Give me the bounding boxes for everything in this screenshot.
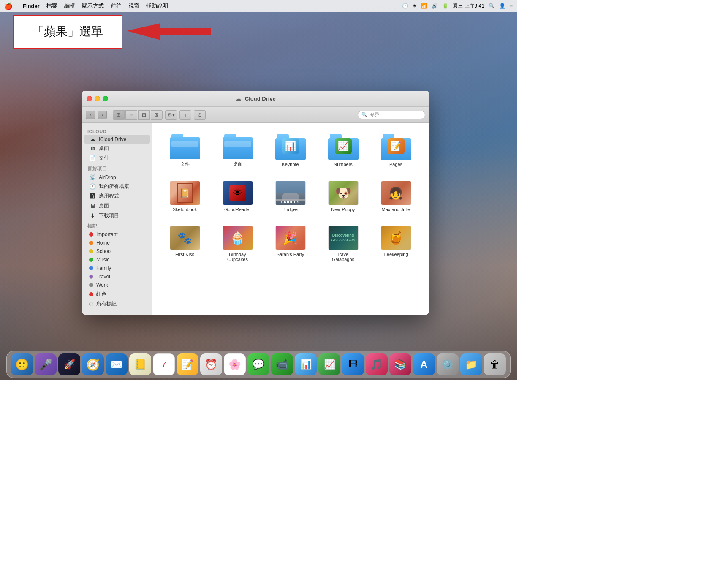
sidebar-item-tag-all[interactable]: 所有標記…	[84, 299, 150, 309]
sidebar-item-all-files[interactable]: 🕐 我的所有檔案	[84, 182, 150, 191]
file-item-sketchbook[interactable]: 📔 Sketchbook	[160, 178, 209, 215]
sidebar-item-label: 我的所有檔案	[99, 183, 129, 190]
file-item-sarah-party[interactable]: 🎉 Sarah's Party	[266, 223, 315, 264]
clock: 週三 上午9:41	[453, 3, 484, 10]
dock-siri[interactable]: 🎤	[35, 353, 57, 375]
dock-reminders[interactable]: ⏰	[200, 353, 222, 375]
dock-messages[interactable]: 💬	[247, 353, 269, 375]
dock-sysprefs[interactable]: ⚙️	[437, 353, 459, 375]
dock-keynote[interactable]: 📊	[295, 353, 317, 375]
apple-menu-icon[interactable]: 🍎	[4, 2, 13, 10]
sidebar-item-label: 下載項目	[99, 212, 119, 219]
dock-calendar[interactable]: 7	[153, 353, 175, 375]
window-menu[interactable]: 視窗	[128, 2, 139, 10]
view-menu[interactable]: 顯示方式	[82, 2, 104, 10]
file-item-keynote[interactable]: 📊 Keynote	[266, 131, 315, 170]
sidebar-item-tag-school[interactable]: School	[84, 247, 150, 256]
sidebar-item-label: School	[96, 248, 112, 254]
svg-marker-1	[127, 23, 211, 40]
photo-newpuppy: 🐶	[328, 181, 359, 205]
files-area: 文件 桌面	[152, 123, 429, 315]
column-view-button[interactable]: ⊟	[138, 110, 150, 120]
dock-folder[interactable]: 📁	[460, 353, 482, 375]
dock-photos[interactable]: 🌸	[224, 353, 246, 375]
dock-trash[interactable]: 🗑	[484, 353, 506, 375]
sidebar-item-documents[interactable]: 📄 文件	[84, 153, 150, 163]
sidebar-item-airdrop[interactable]: 📡 AirDrop	[84, 173, 150, 182]
cover-flow-button[interactable]: ⊠	[151, 110, 163, 120]
dock-appstore[interactable]: A	[413, 353, 435, 375]
file-item-max-julie[interactable]: 👧 Max and Julie	[372, 178, 420, 215]
file-item-birthday[interactable]: 🧁 Birthday Cupcakes	[213, 223, 262, 264]
window-title: ☁ iCloud Drive	[235, 95, 276, 102]
go-menu[interactable]: 前往	[111, 2, 122, 10]
volume-icon: 🔊	[432, 3, 438, 9]
dock-books[interactable]: 📚	[389, 353, 411, 375]
file-item-first-kiss[interactable]: 🐾 First Kiss	[160, 223, 209, 264]
dock-numbers[interactable]: 📈	[318, 353, 340, 375]
search-menubar-icon[interactable]: 🔍	[489, 3, 495, 9]
numbers-folder-icon: 📈	[328, 134, 359, 160]
file-item-pages[interactable]: 📝 Pages	[372, 131, 420, 170]
sidebar-item-tag-important[interactable]: Important	[84, 230, 150, 239]
file-item-numbers[interactable]: 📈 Numbers	[319, 131, 367, 170]
search-input[interactable]	[369, 112, 421, 118]
sidebar-item-label: 文件	[99, 155, 109, 162]
titlebar: ☁ iCloud Drive	[82, 91, 429, 107]
photo-sarahparty: 🎉	[275, 226, 306, 250]
dock-safari[interactable]: 🧭	[82, 353, 104, 375]
list-view-button[interactable]: ≡	[125, 110, 137, 120]
dock-facetime[interactable]: 📹	[271, 353, 293, 375]
sidebar-item-applications[interactable]: 🅰 應用程式	[84, 191, 150, 201]
dock-mail[interactable]: ✉️	[106, 353, 128, 375]
toolbar: ‹ › ⊞ ≡ ⊟ ⊠ ⚙▾ ↑ ⊙ 🔍	[82, 107, 429, 123]
sidebar-item-desktop[interactable]: 🖥 桌面	[84, 144, 150, 153]
sidebar-section-tags: 標記	[82, 220, 152, 230]
finder-menu[interactable]: Finder	[23, 3, 40, 9]
sidebar-item-tag-travel[interactable]: Travel	[84, 272, 150, 281]
dock-folder-icon: 📁	[465, 359, 478, 370]
dock-contacts[interactable]: 📒	[129, 353, 151, 375]
file-item-desktop[interactable]: 桌面	[213, 131, 262, 170]
sidebar-item-tag-music[interactable]: Music	[84, 256, 150, 264]
sidebar-item-tag-work[interactable]: Work	[84, 281, 150, 289]
sidebar-item-tag-family[interactable]: Family	[84, 264, 150, 272]
dock-music[interactable]: 🎵	[366, 353, 388, 375]
maximize-button[interactable]	[103, 96, 108, 101]
dock-launchpad[interactable]: 🚀	[58, 353, 80, 375]
file-item-goodreader[interactable]: 👁 GoodReader	[213, 178, 262, 215]
user-icon[interactable]: 👤	[499, 3, 505, 9]
tag-button[interactable]: ⊙	[194, 110, 206, 120]
edit-menu[interactable]: 編輯	[64, 2, 75, 10]
close-button[interactable]	[87, 96, 92, 101]
search-box[interactable]: 🔍	[358, 111, 425, 119]
dock-finder[interactable]: 🙂	[11, 353, 33, 375]
back-button[interactable]: ‹	[86, 111, 95, 119]
dock-contacts-icon: 📒	[134, 359, 147, 370]
file-name-goodreader: GoodReader	[224, 207, 251, 212]
annotation-box: 「蘋果」選單	[13, 15, 122, 49]
sidebar-item-label: 所有標記…	[96, 300, 122, 307]
dock-keynote2[interactable]: 🎞	[342, 353, 364, 375]
sidebar-item-tag-red[interactable]: 紅色	[84, 289, 150, 299]
icon-view-button[interactable]: ⊞	[113, 110, 125, 120]
file-item-documents[interactable]: 文件	[160, 131, 209, 170]
sidebar-item-downloads[interactable]: ⬇ 下載項目	[84, 211, 150, 220]
sidebar-item-desktop2[interactable]: 🖥 桌面	[84, 201, 150, 211]
file-item-beekeeping[interactable]: 🍯 Beekeeping	[372, 223, 420, 264]
arrange-button[interactable]: ⚙▾	[165, 110, 177, 120]
sidebar-item-tag-home[interactable]: Home	[84, 239, 150, 247]
sidebar-item-label: Important	[96, 231, 118, 237]
file-item-new-puppy[interactable]: 🐶 New Puppy	[319, 178, 367, 215]
annotation-arrow	[127, 23, 211, 46]
sidebar-item-icloud-drive[interactable]: ☁ iCloud Drive	[84, 135, 150, 144]
notification-icon[interactable]: ≡	[510, 3, 513, 9]
share-button[interactable]: ↑	[179, 110, 191, 120]
dock-notes[interactable]: 📝	[177, 353, 198, 375]
minimize-button[interactable]	[95, 96, 100, 101]
file-menu[interactable]: 檔案	[46, 2, 57, 10]
file-item-bridges[interactable]: BRIDGES Bridges	[266, 178, 315, 215]
forward-button[interactable]: ›	[98, 111, 107, 119]
file-item-galapagos[interactable]: DiscoveringGALÁPAGOS Travel Galapagos	[319, 223, 367, 264]
help-menu[interactable]: 輔助說明	[146, 2, 168, 10]
